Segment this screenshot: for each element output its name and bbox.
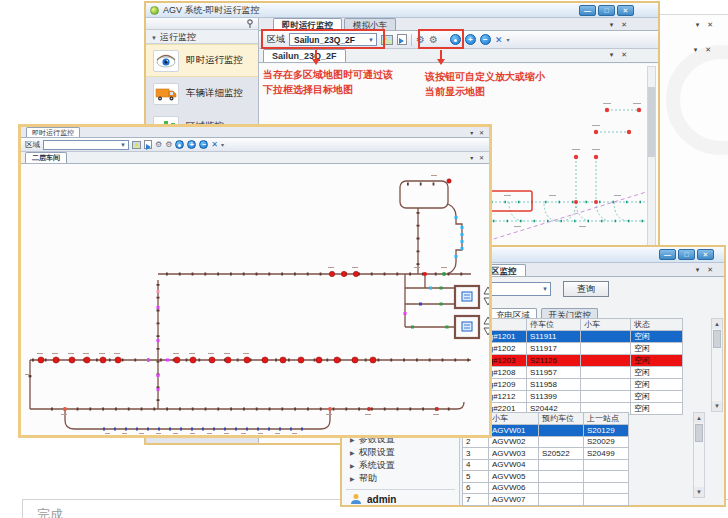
map-window-tabstrip: 即时运行监控 ▾ ✕ [21,127,489,138]
sidebar-item-permission-settings[interactable]: ▶权限设置 [342,446,459,459]
chevron-down-icon: ▼ [151,35,157,41]
user-icon [350,493,362,505]
user-account-row[interactable]: admin [350,493,396,505]
annotation-arrow-down [315,50,317,63]
zoom-out-icon[interactable]: − [480,34,491,45]
maximize-button[interactable]: □ [598,5,615,16]
scroll-down-icon[interactable]: ▼ [694,487,704,497]
scroll-up-icon[interactable]: ▲ [694,413,704,423]
area-dropdown[interactable]: ▼ [43,140,129,150]
zoom-select-icon[interactable] [175,140,184,149]
table-row[interactable]: Parking#1208S11957空闲 [463,367,683,379]
map-window: 即时运行监控 ▾ ✕ 区域 ▼ ⚙ ⚙ + − ✕ ▾ 二层车间 ▾ ✕ [18,124,492,438]
sidebar-item-vehicle-detail-monitor[interactable]: 车辆详细监控 [146,77,258,110]
sidebar-item-label: 车辆详细监控 [186,87,243,100]
annotation-arrow-down [440,50,442,63]
floor2-map-canvas[interactable] [21,164,489,435]
annotation-dropdown-note: 当存在多区域地图时可通过该下拉框选择目标地图 [263,67,393,97]
parking-table-scrollbar[interactable]: ▲ ▼ [711,318,723,412]
table-row[interactable]: Parking#1201S11911空闲 [463,331,683,343]
map-window-toolbar: 区域 ▼ ⚙ ⚙ + − ✕ ▾ [21,138,489,152]
pane-collapse-close-icons[interactable]: ▾ ✕ [696,266,716,274]
scrollbar-thumb[interactable] [695,424,703,442]
tab-map-floor2[interactable]: 二层车间 [25,152,67,163]
divider [346,489,455,490]
table-row[interactable]: 3AGVW03S20522S20499 [463,448,629,460]
zoom-out-icon[interactable]: − [199,140,208,149]
table-row[interactable]: Parking#1212S11399空闲 [463,391,683,403]
table-row[interactable]: 5AGVW05 [463,471,629,483]
background-circle-watermark [666,45,728,155]
pane-collapse-close-icons[interactable]: ▾ ✕ [610,51,630,59]
table-row[interactable]: Parking#1203S21126空闲 [463,355,683,367]
chevron-down-icon: ▼ [116,142,126,148]
fit-view-icon[interactable]: ✕ [495,34,503,46]
zoom-in-icon[interactable]: + [187,140,196,149]
pane-collapse-close-icons[interactable]: ▾ ✕ [694,46,714,54]
table-row[interactable]: Parking#1209S11958空闲 [463,379,683,391]
close-button[interactable]: ✕ [617,5,634,16]
truck-icon [153,83,179,105]
minimize-button[interactable]: — [579,5,596,16]
background-panel-fragment: ▾ ✕ ▾ ✕ [660,14,728,245]
main-window-titlebar[interactable]: AGV 系统-即时运行监控 — □ ✕ [146,3,658,18]
main-window-title: AGV 系统-即时运行监控 [163,4,260,17]
table-row[interactable]: 4AGVW04 [463,459,629,471]
parking-panel: 停车区监控 ▾ ✕ 11-- ▼ 查询 充电区域 开关门监控 停车区 停车位 小… [461,263,724,505]
toolbar-overflow-icon[interactable]: ▾ [221,141,224,148]
chevron-down-icon: ▼ [538,286,548,292]
sidebar-item-realtime-monitor[interactable]: 即时运行监控 [146,44,258,77]
close-button[interactable]: ✕ [697,249,714,260]
parking-tabstrip: 停车区监控 ▾ ✕ [461,263,724,277]
table-row[interactable]: 7AGVW07 [463,494,629,506]
tab-realtime-monitor[interactable]: 即时运行监控 [26,127,80,137]
floor2-track-map [21,164,489,435]
vehicle-table-scrollbar[interactable]: ▲ ▼ [693,412,705,498]
sidebar-item-help[interactable]: ▶帮助 [342,472,459,485]
snapshot-icon[interactable] [132,141,141,149]
pane-collapse-close-icons[interactable]: ▾ ✕ [696,21,716,29]
pane-collapse-close-icons[interactable]: ▾ ✕ [610,21,630,29]
zoom-in-icon[interactable]: + [465,34,476,45]
maximize-button[interactable]: □ [678,249,695,260]
pin-icon[interactable] [246,19,254,28]
area-label: 区域 [25,140,40,150]
settings-gear-icon[interactable]: ⚙ [155,139,162,151]
export-icon[interactable] [397,34,407,45]
tab-map-sailun[interactable]: Sailun_23Q_2F [263,49,346,62]
scroll-up-icon[interactable]: ▲ [712,319,722,329]
scroll-down-icon[interactable]: ▼ [712,401,722,411]
toolbar-overflow-icon[interactable]: ▾ [506,36,509,43]
query-button[interactable]: 查询 [563,281,609,297]
settings-gear-icon[interactable]: ⚙ [165,139,172,151]
export-icon[interactable] [144,140,152,149]
annotation-box-dropdown [261,29,385,49]
annotation-zoom-note: 该按钮可自定义放大或缩小当前显示地图 [425,69,545,99]
app-icon [150,6,159,15]
map-window-map-tabstrip: 二层车间 ▾ ✕ [21,152,489,164]
fit-view-icon[interactable]: ✕ [211,139,218,151]
scrollbar-thumb[interactable] [648,87,655,157]
sidebar-group-operation-monitor[interactable]: ▼运行监控 [146,30,258,44]
sidebar-pin-row [146,18,258,30]
table-row[interactable]: 6AGVW06 [463,482,629,494]
sidebar-item-label: 即时运行监控 [186,54,243,67]
pane-collapse-close-icons[interactable]: ▾ ✕ [470,154,486,161]
sidebar-item-system-settings[interactable]: ▶系统设置 [342,459,459,472]
user-name: admin [367,494,396,505]
scrollbar-thumb[interactable] [713,330,721,348]
parking-table: 停车区 停车位 小车 状态 Parking#1201S11911空闲Parkin… [462,318,683,415]
table-row[interactable]: Parking#1202S11917空闲 [463,343,683,355]
annotation-box-zoom [418,29,464,49]
eye-icon [153,50,179,72]
pane-collapse-close-icons[interactable]: ▾ ✕ [470,129,486,136]
table-header-row: 停车区 停车位 小车 状态 [463,319,683,331]
minimize-button[interactable]: — [659,249,676,260]
